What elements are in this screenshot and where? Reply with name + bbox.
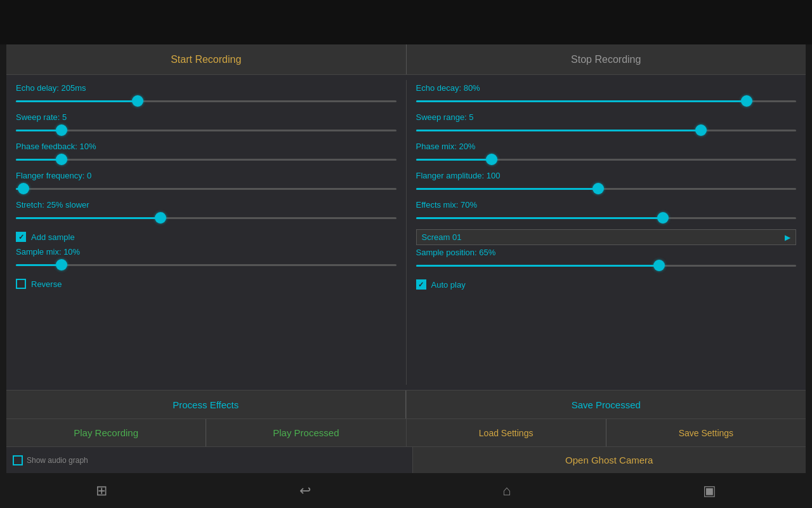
play-processed-button[interactable]: Play Processed [206, 419, 405, 446]
phase-feedback-slider[interactable] [16, 153, 396, 166]
flanger-frequency-slider[interactable] [16, 182, 396, 195]
sweep-rate-slider[interactable] [16, 124, 396, 137]
sample-mix-label: Sample mix: 10% [16, 247, 396, 257]
auto-play-checkbox[interactable] [416, 279, 426, 290]
reverse-checkbox[interactable] [16, 279, 26, 289]
back-nav-icon[interactable]: ↩ [299, 483, 311, 499]
sample-dropdown[interactable]: Scream 01 ▶ [416, 229, 797, 245]
grid-nav-icon[interactable]: ⊞ [96, 483, 107, 499]
save-settings-button[interactable]: Save Settings [606, 419, 806, 446]
auto-play-row[interactable]: Auto play [416, 279, 797, 290]
echo-decay-control: Echo decay: 80% [416, 83, 797, 107]
bottom-navigation: ⊞ ↩ ⌂ ▣ [0, 473, 812, 508]
add-sample-label: Add sample [31, 232, 75, 242]
sample-mix-control: Sample mix: 10% [16, 247, 396, 271]
right-controls-panel: Echo decay: 80% Sweep range: 5 [407, 80, 806, 385]
load-settings-button[interactable]: Load Settings [407, 419, 606, 446]
show-audio-graph-checkbox[interactable] [13, 455, 23, 465]
echo-decay-slider[interactable] [416, 95, 797, 107]
phase-mix-slider[interactable] [416, 153, 797, 166]
effects-mix-control: Effects mix: 70% [416, 200, 797, 224]
show-audio-graph-label: Show audio graph [27, 456, 88, 465]
echo-delay-slider[interactable] [16, 95, 396, 107]
sample-position-slider[interactable] [416, 259, 797, 272]
stop-recording-button[interactable]: Stop Recording [407, 44, 806, 74]
sweep-range-slider[interactable] [416, 124, 797, 137]
phase-feedback-control: Phase feedback: 10% [16, 142, 396, 166]
echo-decay-label: Echo decay: 80% [416, 83, 797, 93]
flanger-amplitude-slider[interactable] [416, 182, 797, 195]
save-processed-button[interactable]: Save Processed [407, 391, 806, 418]
sample-position-control: Sample position: 65% [416, 248, 797, 272]
echo-delay-label: Echo delay: 205ms [16, 83, 396, 93]
stretch-control: Stretch: 25% slower [16, 200, 396, 224]
flanger-amplitude-label: Flanger amplitude: 100 [416, 171, 797, 180]
sweep-rate-label: Sweep rate: 5 [16, 112, 396, 122]
home-nav-icon[interactable]: ⌂ [502, 483, 511, 499]
effects-mix-label: Effects mix: 70% [416, 200, 797, 210]
reverse-label: Reverse [31, 279, 62, 289]
sweep-range-label: Sweep range: 5 [416, 112, 797, 122]
add-sample-row[interactable]: Add sample [16, 232, 396, 242]
process-effects-button[interactable]: Process Effects [6, 391, 406, 418]
flanger-frequency-label: Flanger frequency: 0 [16, 171, 396, 180]
echo-delay-control: Echo delay: 205ms [16, 83, 396, 107]
process-save-row: Process Effects Save Processed [6, 391, 806, 418]
sweep-range-control: Sweep range: 5 [416, 112, 797, 137]
effects-mix-slider[interactable] [416, 211, 797, 224]
sample-dropdown-label: Scream 01 [422, 232, 462, 242]
recents-nav-icon[interactable]: ▣ [703, 483, 716, 499]
sample-position-label: Sample position: 65% [416, 248, 797, 257]
extras-row: Show audio graph Open Ghost Camera [6, 446, 806, 473]
flanger-frequency-control: Flanger frequency: 0 [16, 171, 396, 195]
open-ghost-camera-button[interactable]: Open Ghost Camera [413, 447, 806, 473]
left-controls-panel: Echo delay: 205ms Sweep rate: 5 [6, 80, 407, 385]
phase-feedback-label: Phase feedback: 10% [16, 142, 396, 151]
reverse-row[interactable]: Reverse [16, 279, 396, 289]
phase-mix-label: Phase mix: 20% [416, 142, 797, 151]
auto-play-label: Auto play [431, 280, 466, 290]
flanger-amplitude-control: Flanger amplitude: 100 [416, 171, 797, 195]
stretch-label: Stretch: 25% slower [16, 200, 396, 210]
dropdown-arrow-icon: ▶ [785, 233, 790, 242]
play-load-row: Play Recording Play Processed Load Setti… [6, 418, 806, 446]
play-recording-button[interactable]: Play Recording [6, 419, 206, 446]
start-recording-button[interactable]: Start Recording [6, 44, 407, 74]
show-audio-graph-row[interactable]: Show audio graph [13, 455, 88, 465]
phase-mix-control: Phase mix: 20% [416, 142, 797, 166]
add-sample-checkbox[interactable] [16, 232, 26, 242]
stretch-slider[interactable] [16, 211, 396, 224]
sample-mix-slider[interactable] [16, 258, 396, 271]
sweep-rate-control: Sweep rate: 5 [16, 112, 396, 137]
